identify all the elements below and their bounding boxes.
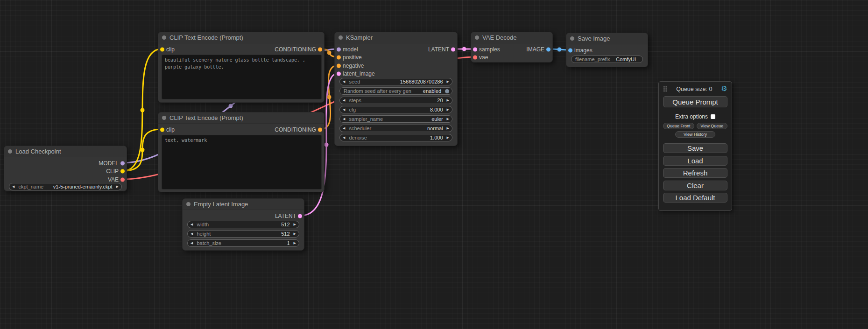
sampler-name-widget[interactable]: ◀ sampler_name euler ▶ <box>339 115 452 123</box>
output-port-latent[interactable] <box>298 214 302 218</box>
output-port-conditioning[interactable] <box>318 127 322 132</box>
widget-label: ckpt_name <box>18 184 43 189</box>
node-graph-canvas[interactable]: Load Checkpoint MODEL CLIP VAE ◀ ckpt_na… <box>0 0 868 329</box>
load-default-button[interactable]: Load Default <box>663 193 727 203</box>
output-port-conditioning[interactable] <box>318 47 322 51</box>
slot-label: CONDITIONING <box>275 126 316 133</box>
toggle-knob-icon[interactable] <box>445 89 449 93</box>
decrement-arrow-icon[interactable]: ◀ <box>343 118 345 121</box>
node-ksampler[interactable]: KSampler model LATENT positive negative … <box>334 32 458 146</box>
height-widget[interactable]: ◀ height 512 ▶ <box>187 230 299 238</box>
steps-widget[interactable]: ◀ steps 20 ▶ <box>339 97 452 104</box>
output-port-latent[interactable] <box>451 47 455 51</box>
settings-gear-icon[interactable]: ⚙ <box>721 85 727 92</box>
node-titlebar[interactable]: Load Checkpoint <box>4 146 127 157</box>
queue-panel-header: Queue size: 0 ⚙ <box>663 85 727 92</box>
node-titlebar[interactable]: CLIP Text Encode (Prompt) <box>158 32 324 43</box>
clear-button[interactable]: Clear <box>663 181 727 190</box>
drag-handle-icon[interactable] <box>663 86 667 92</box>
width-widget[interactable]: ◀ width 512 ▶ <box>187 221 299 228</box>
seed-widget[interactable]: ◀ seed 156680208700286 ▶ <box>339 78 452 85</box>
decrement-arrow-icon[interactable]: ◀ <box>191 232 193 236</box>
decrement-arrow-icon[interactable]: ◀ <box>191 242 193 245</box>
increment-arrow-icon[interactable]: ▶ <box>447 108 449 112</box>
increment-arrow-icon[interactable]: ▶ <box>447 136 449 140</box>
node-titlebar[interactable]: VAE Decode <box>471 32 552 43</box>
node-vae-decode[interactable]: VAE Decode samples IMAGE vae <box>471 32 553 63</box>
increment-arrow-icon[interactable]: ▶ <box>294 232 296 236</box>
slot-row: images <box>566 46 648 55</box>
decrement-arrow-icon[interactable]: ◀ <box>343 80 345 84</box>
widget-value: 8.000 <box>430 107 443 112</box>
save-button[interactable]: Save <box>663 143 727 153</box>
widget-value: normal <box>427 126 443 131</box>
ckpt-name-widget[interactable]: ◀ ckpt_name v1-5-pruned-emaonly.ckpt ▶ <box>9 183 122 190</box>
slot-label: clip <box>166 126 175 133</box>
output-port-vae[interactable] <box>120 177 125 182</box>
queue-prompt-button[interactable]: Queue Prompt <box>663 96 727 107</box>
increment-arrow-icon[interactable]: ▶ <box>447 99 449 102</box>
extra-options-checkbox[interactable] <box>711 114 715 119</box>
node-title: Save Image <box>578 35 610 42</box>
prompt-textarea[interactable]: beautiful scenery nature glass bottle la… <box>162 55 322 99</box>
increment-arrow-icon[interactable]: ▶ <box>447 118 449 121</box>
output-port-image[interactable] <box>546 47 550 51</box>
refresh-button[interactable]: Refresh <box>663 168 727 178</box>
input-port-positive[interactable] <box>337 56 341 60</box>
node-empty-latent-image[interactable]: Empty Latent Image LATENT ◀ width 512 ▶ … <box>182 198 304 251</box>
input-port-vae[interactable] <box>473 56 477 60</box>
prompt-textarea[interactable]: text, watermark <box>162 135 322 189</box>
increment-arrow-icon[interactable]: ▶ <box>116 185 119 189</box>
scheduler-widget[interactable]: ◀ scheduler normal ▶ <box>339 125 452 132</box>
collapse-dot-icon[interactable] <box>186 202 191 206</box>
queue-front-button[interactable]: Queue Front <box>663 123 694 129</box>
decrement-arrow-icon[interactable]: ◀ <box>343 99 345 102</box>
increment-arrow-icon[interactable]: ▶ <box>447 127 449 130</box>
input-port-latent-image[interactable] <box>337 72 341 76</box>
slot-row: model LATENT <box>335 45 457 54</box>
random-seed-toggle-widget[interactable]: Random seed after every gen enabled <box>339 87 452 95</box>
node-titlebar[interactable]: Empty Latent Image <box>183 199 304 210</box>
node-clip-text-encode-negative[interactable]: CLIP Text Encode (Prompt) clip CONDITION… <box>158 112 325 192</box>
widget-value: 1 <box>287 240 289 246</box>
node-save-image[interactable]: Save Image images filename_prefix ComfyU… <box>566 33 648 67</box>
decrement-arrow-icon[interactable]: ◀ <box>12 185 14 189</box>
increment-arrow-icon[interactable]: ▶ <box>294 242 296 245</box>
cfg-widget[interactable]: ◀ cfg 8.000 ▶ <box>339 106 452 113</box>
filename-prefix-widget[interactable]: filename_prefix ComfyUI <box>571 56 643 63</box>
input-port-samples[interactable] <box>473 47 477 51</box>
decrement-arrow-icon[interactable]: ◀ <box>343 108 345 112</box>
node-titlebar[interactable]: KSampler <box>335 32 457 43</box>
decrement-arrow-icon[interactable]: ◀ <box>191 223 193 226</box>
widget-value: enabled <box>423 88 441 94</box>
node-titlebar[interactable]: Save Image <box>566 33 648 44</box>
collapse-dot-icon[interactable] <box>162 116 166 120</box>
input-port-images[interactable] <box>568 48 572 52</box>
input-port-clip[interactable] <box>160 47 164 51</box>
collapse-dot-icon[interactable] <box>339 35 343 40</box>
widget-label: batch_size <box>197 240 221 246</box>
decrement-arrow-icon[interactable]: ◀ <box>343 127 345 130</box>
node-load-checkpoint[interactable]: Load Checkpoint MODEL CLIP VAE ◀ ckpt_na… <box>4 146 127 191</box>
input-port-negative[interactable] <box>337 63 341 68</box>
output-port-model[interactable] <box>120 161 125 165</box>
node-title: CLIP Text Encode (Prompt) <box>169 34 243 41</box>
node-clip-text-encode-positive[interactable]: CLIP Text Encode (Prompt) clip CONDITION… <box>158 32 325 103</box>
increment-arrow-icon[interactable]: ▶ <box>294 223 296 226</box>
view-history-button[interactable]: View History <box>675 131 715 138</box>
collapse-dot-icon[interactable] <box>162 35 166 40</box>
slot-label: images <box>574 47 593 54</box>
batch-size-widget[interactable]: ◀ batch_size 1 ▶ <box>187 239 299 247</box>
input-port-model[interactable] <box>337 47 341 51</box>
denoise-widget[interactable]: ◀ denoise 1.000 ▶ <box>339 134 452 141</box>
collapse-dot-icon[interactable] <box>8 149 12 154</box>
decrement-arrow-icon[interactable]: ◀ <box>343 136 345 140</box>
collapse-dot-icon[interactable] <box>475 35 479 40</box>
load-button[interactable]: Load <box>663 156 727 166</box>
input-port-clip[interactable] <box>160 127 164 132</box>
node-titlebar[interactable]: CLIP Text Encode (Prompt) <box>158 112 324 124</box>
view-queue-button[interactable]: View Queue <box>697 123 728 129</box>
output-port-clip[interactable] <box>120 169 125 174</box>
increment-arrow-icon[interactable]: ▶ <box>447 80 449 84</box>
collapse-dot-icon[interactable] <box>570 36 574 41</box>
